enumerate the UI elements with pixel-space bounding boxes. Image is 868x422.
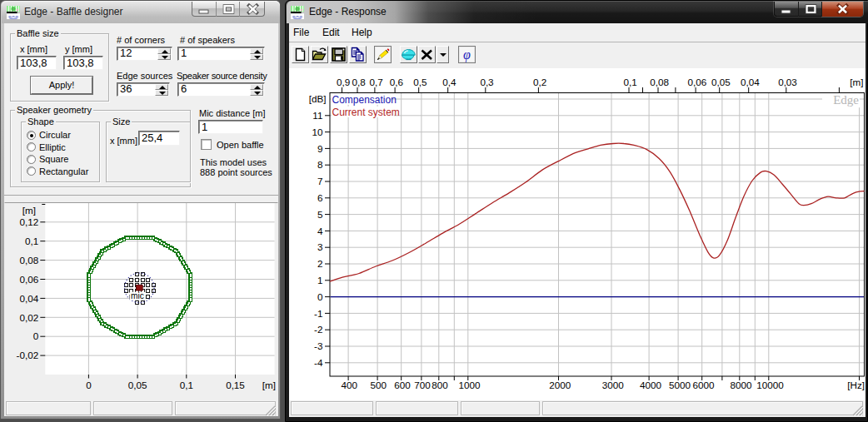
svg-text:700: 700 [414,380,431,390]
svg-text:-3: -3 [314,340,322,351]
svg-text:8: 8 [317,159,323,170]
svg-text:0: 0 [33,330,39,341]
svg-text:8000: 8000 [731,380,753,390]
svg-text:0,12: 0,12 [19,216,38,227]
svg-text:0,4: 0,4 [442,77,456,87]
svg-text:1000: 1000 [459,380,481,390]
svg-text:0,06: 0,06 [19,274,38,285]
svg-text:5: 5 [317,209,323,220]
svg-text:0,9: 0,9 [337,77,350,87]
svg-text:Compensation: Compensation [332,94,397,106]
svg-text:0,06: 0,06 [687,77,706,87]
svg-text:6: 6 [317,192,323,203]
svg-text:[dB]: [dB] [309,93,327,104]
svg-text:11: 11 [312,110,322,121]
svg-text:0,04: 0,04 [741,77,760,87]
svg-text:[m]: [m] [850,77,863,87]
svg-text:500: 500 [371,380,387,390]
svg-text:4: 4 [317,226,323,236]
svg-text:0: 0 [86,380,92,390]
svg-text:0,5: 0,5 [413,77,427,87]
svg-text:Current system: Current system [332,107,400,118]
svg-text:0,05: 0,05 [711,77,731,87]
svg-text:0,05: 0,05 [128,380,147,390]
svg-text:3: 3 [317,241,323,252]
svg-text:0,6: 0,6 [390,77,403,87]
svg-text:0,08: 0,08 [19,255,38,266]
svg-text:4000: 4000 [640,380,662,390]
svg-text:0,02: 0,02 [19,312,38,323]
svg-text:0,7: 0,7 [369,77,382,87]
svg-text:400: 400 [342,380,358,390]
svg-text:10000: 10000 [756,380,784,390]
svg-text:2000: 2000 [549,380,571,390]
svg-text:5000: 5000 [669,380,691,390]
svg-text:[Hz]: [Hz] [847,380,865,390]
svg-text:[m]: [m] [262,380,276,390]
svg-text:0,04: 0,04 [19,293,38,304]
svg-text:0,08: 0,08 [650,77,669,87]
svg-text:Edge: Edge [833,93,859,107]
svg-text:mic: mic [131,291,144,300]
svg-text:φ: φ [463,47,471,62]
svg-text:800: 800 [432,380,448,390]
svg-text:10: 10 [312,127,323,137]
svg-text:0: 0 [317,291,323,302]
svg-text:0,15: 0,15 [226,380,245,390]
svg-text:0,3: 0,3 [480,77,493,87]
svg-text:2: 2 [317,258,323,269]
svg-text:0,1: 0,1 [180,380,193,390]
svg-text:0,2: 0,2 [533,77,546,87]
svg-text:3000: 3000 [602,380,625,390]
svg-text:-4: -4 [314,357,323,368]
svg-text:-0,02: -0,02 [17,350,39,360]
svg-text:600: 600 [394,380,411,390]
svg-text:9: 9 [317,143,323,154]
svg-text:[m]: [m] [22,205,36,216]
svg-text:7: 7 [317,176,323,186]
svg-text:0,1: 0,1 [25,236,38,246]
svg-text:0,03: 0,03 [778,77,797,87]
svg-text:6000: 6000 [692,380,715,390]
svg-text:-2: -2 [314,324,322,335]
svg-text:-1: -1 [314,308,322,319]
svg-text:1: 1 [317,275,323,285]
svg-text:0,8: 0,8 [352,77,366,87]
svg-text:0,1: 0,1 [624,77,637,87]
